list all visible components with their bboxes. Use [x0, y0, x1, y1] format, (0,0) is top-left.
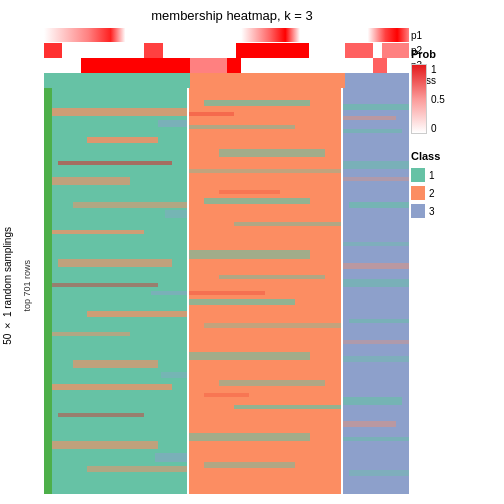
class-color-2 [411, 186, 425, 200]
class-label-3: 3 [429, 206, 435, 217]
y-axis-outer: 50 × 1 random samplings [0, 88, 15, 484]
prob-labels: 1 0.5 0 [431, 64, 445, 134]
col-1 [44, 88, 187, 494]
chart-title: membership heatmap, k = 3 [0, 0, 504, 23]
class-label-2: 2 [429, 188, 435, 199]
class-legend-title: Class [411, 150, 499, 162]
class-row [44, 73, 409, 88]
prob-label-05: 0.5 [431, 94, 445, 105]
chart-box: p1 p2 p3 Class [44, 28, 409, 494]
prob-gradient [411, 64, 427, 134]
prob-legend: Prob 1 0.5 0 [411, 48, 499, 134]
p2-row [44, 43, 409, 58]
prob-legend-title: Prob [411, 48, 499, 60]
prob-label-0: 0 [431, 123, 445, 134]
class-legend: Class 1 2 3 [411, 150, 499, 218]
class-legend-item-2: 2 [411, 186, 499, 200]
class-label-1: 1 [429, 170, 435, 181]
header-heatmap [44, 28, 409, 88]
col-3 [343, 88, 410, 494]
p3-row [44, 58, 409, 73]
left-green-bar [44, 88, 52, 494]
class-legend-item-3: 3 [411, 204, 499, 218]
class-color-3 [411, 204, 425, 218]
class-legend-items: 1 2 3 [411, 168, 499, 218]
y-axis-label-samplings: 50 × 1 random samplings [2, 227, 13, 345]
legend: Prob 1 0.5 0 Class 1 2 [411, 28, 499, 494]
class-color-1 [411, 168, 425, 182]
main-container: membership heatmap, k = 3 50 × 1 random … [0, 0, 504, 504]
y-axis-label-rows: top 701 rows [22, 260, 32, 312]
y-axis-inner: top 701 rows [16, 88, 38, 484]
col-2 [189, 88, 341, 494]
main-heatmap [44, 88, 409, 494]
p1-row [44, 28, 409, 43]
prob-label-1: 1 [431, 64, 445, 75]
prob-legend-body: 1 0.5 0 [411, 64, 499, 134]
class-legend-item-1: 1 [411, 168, 499, 182]
